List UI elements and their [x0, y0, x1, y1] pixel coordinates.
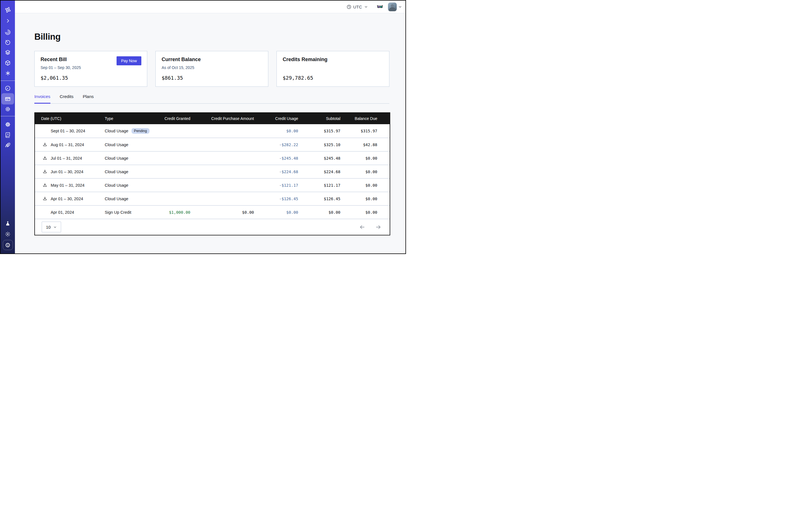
column-header-type: Type	[105, 116, 147, 121]
invoice-date: Apr 01 – 30, 2024	[51, 197, 83, 201]
credit-usage-value: -$245.48	[254, 156, 298, 161]
invoice-type: Cloud Usage	[105, 197, 128, 201]
sidebar: ☸	[1, 1, 15, 253]
card-subtitle: Sep 01 – Sep 30, 2025	[41, 65, 81, 70]
table-row: Jun 01 – 30, 2024 Cloud Usage -$224.68 $…	[35, 165, 390, 178]
card-subtitle: As of Oct 15, 2025	[162, 65, 194, 70]
subtotal-value: $245.48	[298, 156, 340, 161]
logo-icon[interactable]	[4, 6, 11, 13]
column-header-credit-usage: Credit Usage	[254, 116, 298, 121]
column-header-date: Date (UTC)	[35, 116, 105, 121]
invoice-date: Apr 01, 2024	[51, 210, 74, 215]
download-invoice-icon[interactable]	[43, 142, 47, 147]
rocket-icon[interactable]	[4, 142, 11, 149]
invoice-type: Cloud Usage	[105, 129, 128, 133]
chevron-right-icon[interactable]	[4, 17, 11, 24]
balance-due-value: $42.88	[340, 142, 390, 147]
billing-tabs: Invoices Credits Plans	[34, 94, 389, 103]
balance-due-value: $0.00	[340, 183, 390, 187]
column-header-credit-purchase: Credit Purchase Amount	[190, 116, 254, 121]
billing-card-icon[interactable]	[4, 95, 11, 102]
subtotal-value: $121.17	[298, 183, 340, 187]
app-window: ☸	[0, 0, 406, 254]
credit-purchase-value: $0.00	[190, 210, 254, 215]
balance-due-value: $0.00	[340, 170, 390, 174]
helm-icon[interactable]: ☸	[4, 121, 11, 128]
table-row: Sept 01 – 30, 2024 Cloud Usage Pending $…	[35, 124, 390, 138]
credit-usage-value: -$126.45	[254, 197, 298, 201]
credit-usage-value: -$282.22	[254, 142, 298, 147]
card-title: Credits Remaining	[283, 56, 328, 62]
previous-page-button[interactable]	[359, 224, 365, 230]
book-sparkle-icon[interactable]	[4, 131, 11, 138]
gauge-icon[interactable]	[4, 85, 11, 91]
3d-glasses-icon[interactable]	[377, 3, 383, 10]
balance-due-value: $0.00	[340, 210, 390, 215]
card-amount: $29,782.65	[283, 75, 313, 81]
flask-icon[interactable]	[4, 220, 11, 227]
card-amount: $861.35	[162, 75, 183, 81]
card-title: Recent Bill	[41, 56, 67, 62]
invoice-date: May 01 – 31, 2024	[51, 183, 84, 187]
invoice-type: Cloud Usage	[105, 156, 128, 161]
download-invoice-icon[interactable]	[43, 183, 47, 187]
tab-invoices[interactable]: Invoices	[34, 94, 50, 103]
cube-icon[interactable]	[4, 59, 11, 66]
download-invoice-icon[interactable]	[43, 196, 47, 201]
invoice-type: Cloud Usage	[105, 170, 128, 174]
column-header-credit-granted: Credit Granted	[147, 116, 190, 121]
layers-icon[interactable]	[4, 49, 11, 56]
clock-icon	[347, 4, 351, 9]
credit-granted-value: $1,000.00	[147, 210, 190, 215]
tab-plans[interactable]: Plans	[83, 94, 94, 103]
pagination: 10	[35, 219, 390, 235]
subtotal-value: $126.45	[298, 197, 340, 201]
table-header: Date (UTC) Type Credit Granted Credit Pu…	[35, 113, 390, 124]
invoice-type: Cloud Usage	[105, 183, 128, 187]
balance-due-value: $315.97	[340, 129, 390, 133]
pay-now-button[interactable]: Pay Now	[117, 56, 141, 65]
chevron-down-icon	[364, 5, 368, 9]
summary-cards: Recent Bill Sep 01 – Sep 30, 2025 $2,061…	[34, 51, 389, 87]
next-page-button[interactable]	[375, 224, 381, 230]
sidebar-divider	[1, 81, 15, 81]
topbar: UTC	[15, 1, 405, 13]
gear-icon[interactable]	[4, 105, 11, 112]
column-header-balance-due: Balance Due	[340, 116, 390, 121]
download-invoice-icon[interactable]	[43, 169, 47, 174]
column-header-subtotal: Subtotal	[298, 116, 340, 121]
current-balance-card: Current Balance As of Oct 15, 2025 $861.…	[156, 51, 268, 87]
balance-due-value: $0.00	[340, 156, 390, 161]
sidebar-divider	[1, 116, 15, 116]
page-size-select[interactable]: 10	[42, 222, 61, 232]
chevron-down-icon	[53, 225, 57, 229]
timezone-selector[interactable]: UTC	[347, 4, 368, 9]
invoice-date: Aug 01 – 31, 2024	[51, 142, 84, 147]
download-invoice-icon[interactable]	[43, 156, 47, 161]
page-size-value: 10	[46, 225, 51, 229]
invoice-date: Jun 01 – 30, 2024	[51, 170, 83, 174]
page-title: Billing	[34, 32, 389, 42]
table-row: Aug 01 – 31, 2024 Cloud Usage -$282.22 $…	[35, 138, 390, 151]
avatar[interactable]	[388, 3, 397, 11]
table-row: Apr 01, 2024 Sign Up Credit $1,000.00 $0…	[35, 205, 390, 219]
timer-icon[interactable]	[4, 39, 11, 46]
credit-usage-value: -$224.68	[254, 170, 298, 174]
chevron-down-icon[interactable]	[398, 5, 402, 9]
credits-button[interactable]: $	[3, 240, 13, 250]
status-badge: Pending	[131, 128, 149, 134]
spiral-icon[interactable]	[4, 29, 11, 36]
subtotal-value: $315.97	[298, 129, 340, 133]
credit-usage-value: $0.00	[254, 210, 298, 215]
subtotal-value: $224.68	[298, 170, 340, 174]
invoice-date: Jul 01 – 31, 2024	[51, 156, 82, 161]
sun-icon[interactable]	[4, 230, 11, 238]
invoice-type: Cloud Usage	[105, 142, 128, 147]
asterisk-icon[interactable]	[4, 70, 11, 77]
subtotal-value: $325.10	[298, 142, 340, 147]
subtotal-value: $0.00	[298, 210, 340, 215]
table-body: Sept 01 – 30, 2024 Cloud Usage Pending $…	[35, 124, 390, 219]
balance-due-value: $0.00	[340, 197, 390, 201]
tab-credits[interactable]: Credits	[60, 94, 74, 103]
invoice-type: Sign Up Credit	[105, 210, 131, 215]
